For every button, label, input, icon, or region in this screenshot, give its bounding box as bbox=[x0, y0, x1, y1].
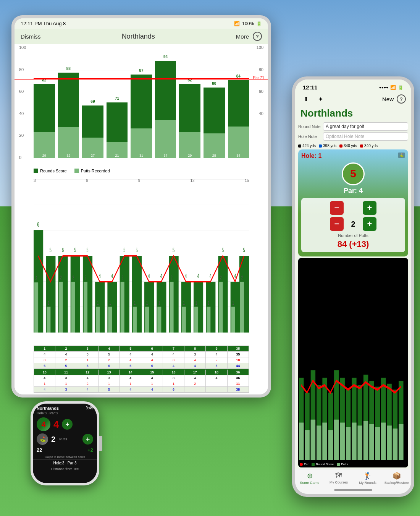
svg-text:1: 1 bbox=[109, 299, 111, 305]
watch-totals-row: 22 +2 bbox=[33, 446, 97, 454]
bar-group-4: 8731 bbox=[131, 48, 152, 158]
putts-plus-button[interactable]: + bbox=[363, 217, 376, 231]
target-button[interactable]: ✦ bbox=[315, 94, 326, 104]
svg-text:5: 5 bbox=[222, 247, 224, 254]
putts-label: Number of Putts bbox=[304, 233, 402, 238]
iphone-status-bar: 12:11 ●●●● 📶 🔋 bbox=[295, 80, 411, 92]
svg-rect-126 bbox=[381, 423, 386, 460]
svg-rect-76 bbox=[219, 282, 223, 333]
round-note-input[interactable]: A great day for golf bbox=[323, 122, 408, 131]
svg-text:5: 5 bbox=[243, 247, 245, 254]
legend-rounds: Rounds Score bbox=[34, 169, 67, 173]
hole-label: Hole: 1 bbox=[301, 153, 321, 159]
hole-note-input[interactable]: Optional Hole Note bbox=[323, 132, 408, 141]
line-chart-x-labels: 3 6 9 12 15 bbox=[34, 178, 249, 183]
legend-rounds-label: Rounds Score bbox=[40, 169, 67, 173]
legend-putts-color bbox=[74, 169, 79, 173]
sc-par-front: 4 4 3 5 4 4 4 3 4 35 bbox=[34, 352, 249, 357]
bar-putts-1: 32 bbox=[58, 127, 79, 158]
svg-rect-40 bbox=[108, 307, 112, 333]
bar-stack-2: 6927 bbox=[82, 82, 103, 158]
bar-stack-6: 8229 bbox=[179, 68, 200, 158]
svg-text:5: 5 bbox=[86, 247, 88, 254]
tab-my-rounds-label: My Rounds bbox=[359, 481, 376, 485]
bar-putts-2: 27 bbox=[82, 138, 103, 158]
watch-plus-score: +2 bbox=[87, 447, 93, 453]
bar-score-3: 71 bbox=[107, 102, 128, 142]
yardage-blue: 398 yds bbox=[319, 144, 336, 148]
iphone-help-button[interactable]: ? bbox=[397, 94, 406, 104]
hole-note-label: Hole Note bbox=[298, 134, 323, 139]
svg-text:4: 4 bbox=[99, 273, 101, 280]
iphone-toolbar: ⬆ ✦ New ? bbox=[295, 92, 411, 106]
svg-rect-119 bbox=[340, 423, 344, 460]
svg-text:6: 6 bbox=[62, 247, 64, 254]
svg-rect-24 bbox=[59, 282, 63, 333]
svg-rect-32 bbox=[84, 282, 87, 333]
legend-putts: Putts bbox=[341, 462, 348, 466]
score-minus-button[interactable]: − bbox=[330, 201, 344, 215]
watch-putts-plus-button[interactable]: + bbox=[82, 434, 93, 445]
bar-putts-3: 21 bbox=[107, 142, 128, 158]
svg-text:5: 5 bbox=[74, 247, 76, 254]
bar-putts-5: 37 bbox=[155, 120, 176, 159]
putts-minus-button[interactable]: − bbox=[330, 217, 344, 231]
new-button[interactable]: New bbox=[382, 96, 394, 102]
tab-backup[interactable]: 📦 Backup/Restore bbox=[382, 469, 411, 486]
bar-stack-7: 8028 bbox=[204, 70, 225, 158]
svg-text:2: 2 bbox=[171, 274, 172, 281]
svg-rect-123 bbox=[363, 421, 368, 460]
help-button[interactable]: ? bbox=[253, 32, 262, 41]
svg-rect-84 bbox=[240, 282, 244, 333]
bar-group-3: 7121 bbox=[107, 48, 128, 158]
bar-stack-1: 8832 bbox=[58, 61, 79, 158]
bar-score-5: 94 bbox=[155, 61, 176, 120]
watch-crown bbox=[99, 436, 102, 451]
chart-container: 100 100 80 80 60 60 40 40 bbox=[15, 44, 268, 394]
dismiss-button[interactable]: Dismiss bbox=[21, 33, 41, 40]
bottom-legend: Par Round Score Putts bbox=[300, 462, 407, 466]
watch-title: Northlands bbox=[37, 406, 59, 411]
svg-text:6: 6 bbox=[37, 221, 39, 228]
chart-legend: Rounds Score Putts Recorded bbox=[15, 166, 268, 175]
bar-group-0: 8229 bbox=[34, 48, 55, 158]
tab-score-game-label: Score Game bbox=[300, 481, 320, 485]
battery-label: 100% bbox=[242, 21, 254, 26]
svg-text:4: 4 bbox=[148, 273, 150, 280]
svg-rect-60 bbox=[170, 282, 174, 333]
sc-total-back: 4 3 4 5 4 4 6 38 bbox=[34, 387, 249, 393]
bar-putts-8: 34 bbox=[228, 127, 249, 158]
svg-text:2: 2 bbox=[220, 274, 221, 281]
bar-putts-6: 29 bbox=[179, 132, 200, 158]
watch-plus-button[interactable]: + bbox=[62, 419, 73, 430]
bar-group-8: 8434 bbox=[228, 48, 249, 158]
svg-rect-48 bbox=[133, 307, 137, 333]
svg-rect-122 bbox=[358, 425, 362, 460]
tab-my-courses-label: My Courses bbox=[330, 480, 348, 484]
watch-distance: Distance from Tee bbox=[33, 466, 97, 472]
tab-my-rounds[interactable]: 🏌 My Rounds bbox=[353, 469, 382, 486]
yardage-red: 340 yds bbox=[360, 144, 378, 148]
score-plus-button[interactable]: + bbox=[363, 201, 376, 215]
black-dot bbox=[298, 144, 301, 148]
bar-stack-0: 8229 bbox=[34, 68, 55, 158]
more-button[interactable]: More bbox=[236, 33, 249, 40]
watch-putt-ball: ⛳ bbox=[37, 433, 48, 445]
sc-header-back: 10 11 12 13 14 15 16 17 18 36 bbox=[34, 369, 249, 375]
tab-score-game[interactable]: ⊕ Score Game bbox=[295, 469, 324, 486]
iphone-tab-bar: ⊕ Score Game 🗺 My Courses 🏌 My Rounds 📦 … bbox=[295, 469, 411, 486]
hole-note-row: Hole Note Optional Hole Note bbox=[298, 132, 408, 141]
watch-swipe-hint: Swipe to move between holes bbox=[33, 454, 97, 459]
bar-putts-0: 29 bbox=[34, 132, 55, 158]
share-button[interactable]: ⬆ bbox=[300, 94, 311, 104]
svg-text:4: 4 bbox=[111, 273, 113, 280]
tab-my-courses[interactable]: 🗺 My Courses bbox=[324, 469, 353, 486]
total-score: 84 (+13) bbox=[304, 239, 402, 249]
svg-text:1: 1 bbox=[183, 299, 185, 305]
svg-text:4: 4 bbox=[160, 273, 162, 280]
svg-text:4: 4 bbox=[210, 273, 212, 280]
svg-text:2: 2 bbox=[121, 274, 123, 281]
bar-score-2: 69 bbox=[82, 105, 103, 138]
bar-chart: 100 100 80 80 60 60 40 40 bbox=[15, 44, 268, 166]
scorecard: 1 2 3 4 5 6 7 8 9 35 4 4 3 5 4 4 bbox=[34, 346, 249, 393]
